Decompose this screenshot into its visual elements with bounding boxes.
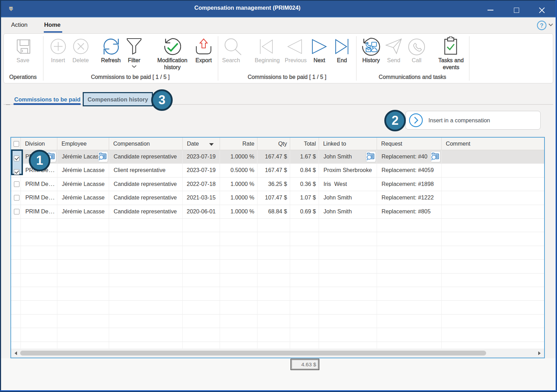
svg-text:?: ? <box>540 23 543 28</box>
